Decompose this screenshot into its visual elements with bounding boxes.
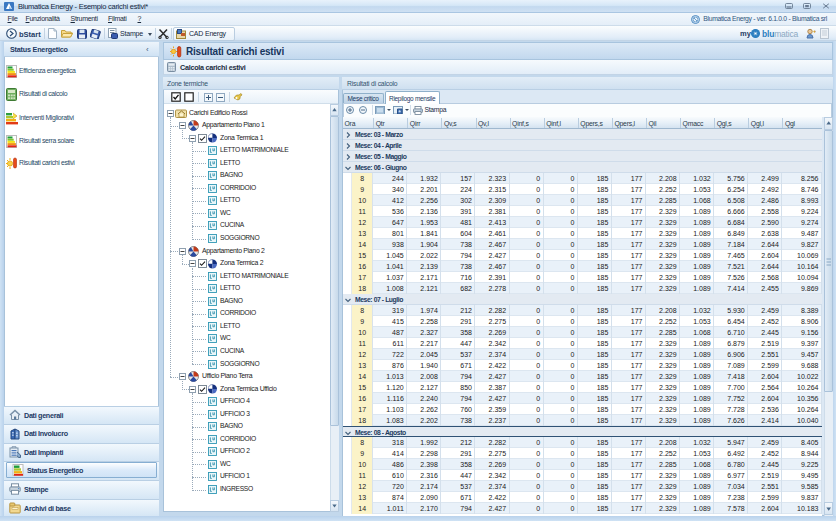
svg-text:+: + xyxy=(813,28,816,34)
